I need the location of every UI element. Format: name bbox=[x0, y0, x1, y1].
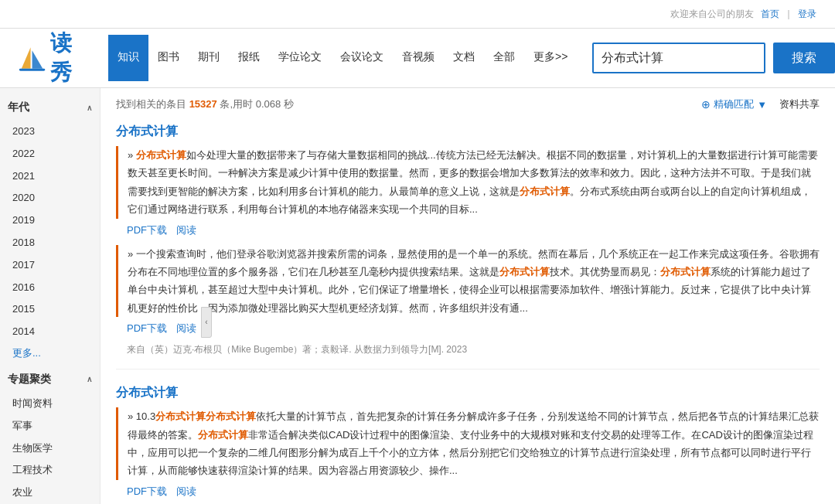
sidebar-year-title: 年代 bbox=[8, 100, 29, 114]
sidebar-year-more[interactable]: 更多... bbox=[8, 343, 92, 363]
result-actions-1-1: PDF下载 阅读 bbox=[116, 223, 820, 237]
read-link-1-1[interactable]: 阅读 bbox=[176, 223, 196, 237]
separator: ｜ bbox=[784, 8, 793, 21]
logo[interactable]: 读秀 bbox=[15, 29, 93, 87]
sidebar-year-2017[interactable]: 2017 bbox=[8, 254, 92, 277]
precision-label: 精确匹配 bbox=[714, 97, 754, 111]
chevron-up-icon: ∧ bbox=[87, 104, 92, 112]
result-source-1: 来自（英）迈克·布根贝（Mike Bugembe）著；袁毅译. 从数据力到领导力… bbox=[116, 343, 820, 356]
share-resource-link[interactable]: 资料共享 bbox=[779, 97, 820, 111]
top-bar: 欢迎来自公司的朋友 首页 ｜ 登录 bbox=[0, 0, 835, 29]
sidebar-topic-gongchengjishu[interactable]: 工程技术 bbox=[8, 459, 92, 482]
sidebar-year-2022[interactable]: 2022 bbox=[8, 143, 92, 165]
sidebar-topic-shengwuyixue[interactable]: 生物医学 bbox=[8, 438, 92, 460]
nav-tabs: 知识 图书 期刊 报纸 学位论文 会议论文 音视频 文档 全部 更多>> bbox=[108, 35, 577, 81]
result-excerpt-2-1: » 10.3分布式计算分布式计算依托大量的计算节点，首先把复杂的计算任务分解成许… bbox=[116, 407, 820, 480]
precision-match-toggle[interactable]: ⊕ 精确匹配 ▼ bbox=[701, 97, 767, 111]
sidebar-topic-section[interactable]: 专题聚类 ∧ bbox=[8, 373, 92, 387]
sidebar-year-2014[interactable]: 2014 bbox=[8, 321, 92, 343]
logo-text: 读秀 bbox=[50, 29, 93, 87]
results-count: 找到相关的条目 15327 条,用时 0.068 秒 bbox=[116, 97, 294, 111]
result-title-1[interactable]: 分布式计算 bbox=[116, 124, 820, 140]
result-item-1: 分布式计算 » 分布式计算如今处理大量的数据带来了与存储大量数据相同的挑战...… bbox=[116, 124, 820, 369]
sidebar-year-2015[interactable]: 2015 bbox=[8, 298, 92, 321]
results-count-unit: 条,用时 bbox=[220, 98, 253, 110]
home-link[interactable]: 首页 bbox=[761, 8, 779, 21]
sidebar-year-2016[interactable]: 2016 bbox=[8, 277, 92, 299]
search-input[interactable] bbox=[602, 51, 756, 65]
sidebar-year-2023[interactable]: 2023 bbox=[8, 121, 92, 143]
sidebar-topic-shiwenziliao[interactable]: 时闻资料 bbox=[8, 393, 92, 415]
excerpt-block-1-2: » 一个搜索查询时，他们登录谷歌浏览器并搜索所需的词条，显然使用的是一个单一的系… bbox=[116, 245, 820, 336]
tab-tushu[interactable]: 图书 bbox=[148, 35, 189, 81]
result-title-2[interactable]: 分布式计算 bbox=[116, 385, 820, 401]
sidebar-topic-title: 专题聚类 bbox=[8, 373, 51, 387]
excerpt-block-2-1: » 10.3分布式计算分布式计算依托大量的计算节点，首先把复杂的计算任务分解成许… bbox=[116, 407, 820, 499]
excerpt-text-3: » 10.3分布式计算分布式计算依托大量的计算节点，首先把复杂的计算任务分解成许… bbox=[128, 410, 819, 476]
logo-icon bbox=[15, 44, 46, 72]
content-area: 找到相关的条目 15327 条,用时 0.068 秒 ⊕ 精确匹配 ▼ 资料共享 bbox=[101, 88, 835, 504]
results-count-time: 0.068 bbox=[256, 98, 281, 110]
content-wrap: ‹ 找到相关的条目 15327 条,用时 0.068 秒 ⊕ 精确匹配 ▼ bbox=[101, 88, 835, 504]
search-input-wrap bbox=[592, 43, 765, 73]
result-item-2: 分布式计算 » 10.3分布式计算分布式计算依托大量的计算节点，首先把复杂的计算… bbox=[116, 385, 820, 504]
svg-rect-2 bbox=[19, 69, 45, 71]
sidebar-year-2021[interactable]: 2021 bbox=[8, 165, 92, 188]
tab-wendang[interactable]: 文档 bbox=[444, 35, 484, 81]
results-count-seconds: 秒 bbox=[284, 98, 294, 110]
result-excerpt-1-1: » 分布式计算如今处理大量的数据带来了与存储大量数据相同的挑战...传统方法已经… bbox=[116, 146, 820, 219]
login-link[interactable]: 登录 bbox=[798, 8, 816, 21]
search-bar: 搜索 在结果中搜索 bbox=[592, 43, 835, 73]
main-layout: 年代 ∧ 2023 2022 2021 2020 2019 2018 2017 … bbox=[0, 88, 835, 504]
tab-qikan[interactable]: 期刊 bbox=[189, 35, 229, 81]
tab-xuewei[interactable]: 学位论文 bbox=[269, 35, 331, 81]
precision-icon: ⊕ bbox=[701, 98, 711, 111]
search-button[interactable]: 搜索 bbox=[773, 43, 835, 73]
tab-huiyi[interactable]: 会议论文 bbox=[331, 35, 393, 81]
excerpt-text: » 分布式计算如今处理大量的数据带来了与存储大量数据相同的挑战...传统方法已经… bbox=[128, 149, 818, 215]
pdf-download-link-1-1[interactable]: PDF下载 bbox=[127, 223, 167, 237]
welcome-text: 欢迎来自公司的朋友 bbox=[670, 8, 754, 21]
chevron-up-icon-topic: ∧ bbox=[87, 375, 92, 383]
read-link-1-2[interactable]: 阅读 bbox=[176, 322, 196, 335]
sidebar: 年代 ∧ 2023 2022 2021 2020 2019 2018 2017 … bbox=[0, 88, 101, 504]
result-actions-2-1: PDF下载 阅读 bbox=[116, 485, 820, 499]
sidebar-topic-nongye[interactable]: 农业 bbox=[8, 482, 92, 504]
header: 读秀 知识 图书 期刊 报纸 学位论文 会议论文 音视频 文档 全部 更多>> … bbox=[0, 29, 835, 88]
sidebar-collapse-toggle[interactable]: ‹ bbox=[201, 307, 212, 338]
results-right: ⊕ 精确匹配 ▼ 资料共享 bbox=[701, 97, 820, 111]
tab-quanbu[interactable]: 全部 bbox=[484, 35, 524, 81]
pdf-download-link-1-2[interactable]: PDF下载 bbox=[127, 322, 167, 335]
svg-marker-1 bbox=[32, 50, 43, 69]
result-excerpt-1-2: » 一个搜索查询时，他们登录谷歌浏览器并搜索所需的词条，显然使用的是一个单一的系… bbox=[116, 245, 820, 318]
results-count-number: 15327 bbox=[189, 98, 217, 110]
sidebar-year-2018[interactable]: 2018 bbox=[8, 232, 92, 254]
tab-zhishi[interactable]: 知识 bbox=[108, 35, 148, 81]
sidebar-topic-junshi[interactable]: 军事 bbox=[8, 415, 92, 438]
excerpt-block-1-1: » 分布式计算如今处理大量的数据带来了与存储大量数据相同的挑战...传统方法已经… bbox=[116, 146, 820, 237]
sidebar-year-section[interactable]: 年代 ∧ bbox=[8, 100, 92, 114]
result-actions-1-2: PDF下载 阅读 bbox=[116, 322, 820, 335]
tab-shipin[interactable]: 音视频 bbox=[393, 35, 444, 81]
results-header: 找到相关的条目 15327 条,用时 0.068 秒 ⊕ 精确匹配 ▼ 资料共享 bbox=[116, 97, 820, 111]
tab-more[interactable]: 更多>> bbox=[524, 35, 577, 81]
chevron-down-icon: ▼ bbox=[757, 99, 767, 111]
results-count-text: 找到相关的条目 bbox=[116, 98, 186, 110]
sidebar-year-2020[interactable]: 2020 bbox=[8, 187, 92, 209]
read-link-2-1[interactable]: 阅读 bbox=[176, 485, 196, 499]
svg-marker-0 bbox=[22, 47, 31, 68]
excerpt-text-2: » 一个搜索查询时，他们登录谷歌浏览器并搜索所需的词条，显然使用的是一个单一的系… bbox=[128, 248, 820, 314]
pdf-download-link-2-1[interactable]: PDF下载 bbox=[127, 485, 167, 499]
tab-baozhi[interactable]: 报纸 bbox=[229, 35, 269, 81]
sidebar-year-2019[interactable]: 2019 bbox=[8, 209, 92, 232]
